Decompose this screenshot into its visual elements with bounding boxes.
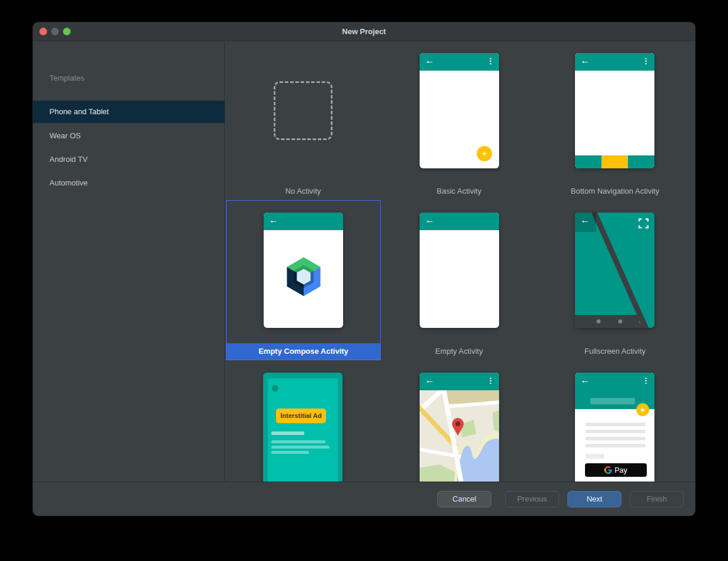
bottom-nav-selected-tab: [601, 155, 629, 168]
sidebar-item-wear-os[interactable]: Wear OS: [33, 125, 225, 147]
card-label: Fullscreen Activity: [537, 346, 693, 357]
bottom-navigation-thumbnail: ← ⋮: [575, 53, 654, 168]
kebab-menu-icon: ⋮: [642, 376, 650, 385]
text-placeholder: [586, 430, 646, 433]
selected-card-label: Empty Compose Activity: [227, 343, 380, 360]
back-arrow-icon: ←: [580, 375, 590, 386]
fullscreen-art: [575, 213, 654, 328]
back-arrow-icon: ←: [425, 55, 434, 66]
kebab-menu-icon: ⋮: [642, 57, 650, 65]
text-placeholder: [271, 431, 304, 435]
no-activity-thumbnail: [274, 81, 333, 140]
back-arrow-icon: ←: [425, 375, 434, 386]
app-bar: ← ⋮: [575, 53, 654, 71]
card-label: Bottom Navigation Activity: [537, 185, 693, 197]
app-bar: ←: [420, 213, 499, 230]
back-arrow-icon: ←: [425, 215, 434, 225]
fullscreen-icon: [639, 218, 649, 228]
pay-label: Pay: [614, 466, 627, 474]
fab-plus-icon: +: [477, 146, 492, 161]
card-label: Basic Activity: [381, 185, 537, 197]
back-arrow-icon: ←: [580, 215, 590, 225]
jetpack-compose-logo: [283, 255, 324, 298]
star-fab-icon: ★: [636, 403, 649, 416]
back-arrow-icon: ←: [580, 55, 590, 66]
google-g-icon: [604, 466, 612, 474]
sidebar-header: Templates: [49, 74, 84, 82]
new-project-dialog: New Project Templates Phone and Tablet W…: [32, 22, 696, 516]
text-placeholder: [271, 446, 330, 449]
sidebar-item-android-tv[interactable]: Android TV: [33, 148, 225, 171]
interstitial-ad-badge: Interstitial Ad: [276, 409, 326, 423]
app-bar: ← ⋮: [420, 53, 499, 71]
title-bar: New Project: [33, 22, 695, 41]
next-button[interactable]: Next: [567, 491, 621, 507]
text-placeholder: [586, 444, 646, 447]
kebab-menu-icon: ⋮: [487, 376, 494, 385]
ad-screen: [268, 379, 338, 482]
app-bar: ←: [264, 213, 343, 230]
kebab-menu-icon: ⋮: [487, 57, 494, 65]
sidebar-item-phone-and-tablet[interactable]: Phone and Tablet: [33, 101, 225, 123]
camera-dot: [272, 385, 278, 391]
text-placeholder: [586, 454, 604, 459]
back-arrow-icon: ←: [269, 215, 278, 225]
empty-activity-thumbnail: ←: [420, 213, 499, 328]
dialog-footer: Cancel Previous Next Finish: [33, 482, 695, 516]
map-art: [420, 390, 499, 482]
basic-activity-thumbnail: ← ⋮ +: [420, 53, 499, 168]
text-placeholder: [586, 437, 646, 440]
header-placeholder: [590, 398, 635, 404]
google-pay-button: Pay: [585, 463, 647, 477]
fullscreen-thumbnail: ←: [575, 213, 654, 328]
templates-sidebar: Templates Phone and Tablet Wear OS Andro…: [33, 42, 225, 482]
text-placeholder: [586, 423, 646, 426]
app-bar: ← ⋮: [420, 373, 499, 390]
finish-button: Finish: [630, 491, 684, 507]
compose-thumbnail: ←: [264, 213, 343, 328]
template-grid: No Activity ← ⋮ + Basic Activity ← ⋮: [225, 42, 696, 482]
text-placeholder: [271, 440, 325, 443]
sidebar-item-automotive[interactable]: Automotive: [33, 172, 225, 194]
card-label: Empty Activity: [381, 346, 537, 357]
card-label: No Activity: [225, 185, 381, 197]
template-card-empty-compose-activity[interactable]: ← Empty Compose Activity: [226, 200, 381, 360]
pay-thumbnail: ← ⋮ ★ Pay: [575, 373, 654, 482]
text-placeholder: [271, 451, 309, 454]
admob-thumbnail: Interstitial Ad: [263, 373, 343, 482]
window-title: New Project: [33, 22, 695, 41]
maps-thumbnail: ← ⋮: [420, 373, 499, 482]
bottom-nav-bar: [575, 155, 654, 168]
previous-button: Previous: [505, 491, 559, 507]
cancel-button[interactable]: Cancel: [437, 491, 491, 507]
